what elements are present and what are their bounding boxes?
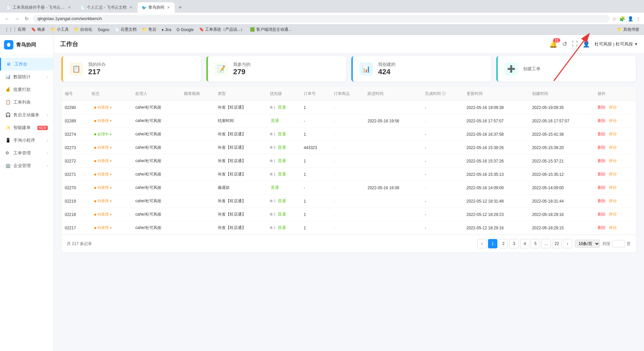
cell-status: 待受理 ▾ — [88, 181, 132, 195]
sidebar-item-ticket-mgmt[interactable]: ⚙ 工单管理 › — [0, 147, 53, 159]
bookmark-shimo[interactable]: 📄 石墨文档 — [113, 26, 138, 33]
stat-card-created[interactable]: 📊 我创建的 424 — [351, 56, 491, 82]
cell-follow-time — [364, 221, 421, 235]
bookmark-apps[interactable]: ⋮⋮⋮ 应用 — [3, 26, 27, 33]
delete-action[interactable]: 删除 — [598, 158, 606, 163]
score-action[interactable]: 评分 — [609, 199, 617, 203]
page-btn-5[interactable]: 5 — [531, 239, 540, 248]
sidebar-item-ticket-list[interactable]: 📋 工单列表 — [0, 96, 53, 109]
table-row: 02273 待受理 ▾ cahe/杜可风按 补发【旺店通】 4 普通 44332… — [61, 141, 636, 154]
stat-card-pending[interactable]: 📋 我的待办 217 — [61, 56, 201, 82]
bookmark-jira[interactable]: ♦ Jira — [160, 27, 173, 33]
screen-icon[interactable]: ⛶ — [572, 40, 578, 47]
bookmark-star-icon[interactable]: ☆ — [612, 16, 617, 21]
page-btn-1[interactable]: 1 — [488, 239, 497, 248]
sidebar-item-batch[interactable]: 💰 批量打款 — [0, 83, 53, 96]
score-action[interactable]: 评分 — [609, 158, 617, 163]
pending-icon: 📋 — [69, 62, 83, 76]
tab-1[interactable]: 📄 工单系统操作手册 - 飞书云文档 ✕ — [2, 2, 75, 13]
cell-order-product: - — [330, 195, 364, 208]
forward-button[interactable]: → — [13, 15, 21, 22]
cell-priority: 1 普通 — [267, 128, 300, 141]
refresh-icon[interactable]: ↺ — [562, 40, 567, 48]
bookmark-sale[interactable]: 📁 售后 — [141, 26, 157, 33]
sidebar-item-aftersale[interactable]: 🎧 售后主动服务 › — [0, 109, 53, 121]
delete-action[interactable]: 删除 — [598, 118, 606, 123]
bookmark-sogou[interactable]: Sogou — [96, 27, 111, 33]
page-btn-22[interactable]: 22 — [552, 239, 561, 248]
cell-complete-time: - — [422, 141, 463, 154]
tab-bar: 📄 工单系统操作手册 - 飞书云文档 ✕ 📄 个人汇总 - 飞书云文档 ✕ 🐦 … — [0, 0, 644, 13]
score-action[interactable]: 评分 — [609, 212, 617, 217]
stat-card-participating[interactable]: 📝 我参与的 279 — [206, 56, 346, 82]
delete-action[interactable]: 删除 — [598, 199, 606, 203]
cell-priority: 1 普通 — [267, 168, 300, 181]
score-action[interactable]: 评分 — [609, 118, 617, 123]
sidebar-item-taobao[interactable]: 📱 手淘小程序 › — [0, 134, 53, 147]
goto-input[interactable] — [612, 240, 625, 247]
score-action[interactable]: 评分 — [609, 172, 617, 177]
bookmark-customer[interactable]: 🟩 客户端消息主动通... — [249, 26, 293, 33]
sidebar-item-workbench[interactable]: 🖥 工作台 — [0, 58, 53, 71]
goto-page: 到至 页 — [603, 240, 631, 247]
score-action[interactable]: 评分 — [609, 132, 617, 136]
data-table: 编号 状态 处理人 顾客昵称 类型 优先级 订单号 订单商品 跟进时间 完成时间… — [61, 87, 636, 235]
user-icon[interactable]: 👤 — [583, 40, 590, 48]
page-btn-2[interactable]: 2 — [499, 239, 508, 248]
delete-action[interactable]: 删除 — [598, 145, 606, 150]
tab-3[interactable]: 🐦 青鸟协同 ✕ — [138, 2, 175, 13]
created-label: 我创建的 — [378, 62, 484, 68]
cell-complete-time: - — [422, 114, 463, 128]
cell-customer — [181, 128, 215, 141]
bookmark-other[interactable]: 📁 其他书签 — [616, 26, 641, 33]
bookmark-auto[interactable]: 📁 自动化 — [73, 26, 94, 33]
stat-card-create-new[interactable]: ➕ 创建工单 — [496, 56, 636, 82]
delete-action[interactable]: 删除 — [598, 105, 606, 110]
menu-icon[interactable]: ⋮ — [636, 16, 641, 21]
bookmark-google[interactable]: G Google — [175, 27, 195, 33]
participating-icon: 📝 — [214, 62, 228, 76]
notification-button[interactable]: 🔔 11 — [549, 40, 557, 48]
cell-handler: cahe/杜可风按 — [132, 141, 181, 154]
tab-3-close[interactable]: ✕ — [166, 5, 171, 10]
bookmark-wandu[interactable]: 🔖 晚多 — [30, 26, 46, 33]
tab-1-close[interactable]: ✕ — [67, 5, 71, 10]
delete-action[interactable]: 删除 — [598, 185, 606, 190]
user-info[interactable]: 杜可风按 | 杜可风按 ▾ — [595, 41, 637, 47]
next-page-button[interactable]: › — [563, 239, 572, 248]
cell-priority: 2 普通 — [267, 195, 300, 208]
sidebar-item-enterprise[interactable]: 🏢 企业管理 › — [0, 159, 53, 172]
bookmark-ticket[interactable]: 🔖 工单系统（产品说...） — [198, 26, 246, 33]
prev-page-button[interactable]: ‹ — [477, 239, 487, 248]
create-new-label: 创建工单 — [523, 66, 629, 72]
sidebar-label-ticket-list: 工单列表 — [13, 99, 48, 105]
delete-action[interactable]: 删除 — [598, 212, 606, 217]
bookmark-tools[interactable]: 📁 小工具 — [49, 26, 70, 33]
sidebar-item-smart-create[interactable]: ✨ 智能建单 NEW — [0, 121, 53, 134]
score-action[interactable]: 评分 — [609, 145, 617, 150]
profile-icon[interactable]: 👤 — [628, 16, 633, 21]
tab-2[interactable]: 📄 个人汇总 - 飞书云文档 ✕ — [76, 2, 137, 13]
score-action[interactable]: 评分 — [609, 185, 617, 190]
score-action[interactable]: 评分 — [609, 105, 617, 110]
page-btn-4[interactable]: 4 — [520, 239, 529, 248]
app-header: 工作台 🔔 11 ↺ ⛶ 👤 杜可风按 | 杜可风按 ▾ — [53, 35, 644, 53]
page-size-select[interactable]: 10条/页 20条/页 50条/页 — [575, 240, 600, 248]
cell-handler: cahe/杜可风按 — [132, 128, 181, 141]
back-button[interactable]: ← — [3, 15, 11, 22]
tab-2-close[interactable]: ✕ — [129, 5, 133, 10]
delete-action[interactable]: 删除 — [598, 225, 606, 230]
url-input[interactable] — [33, 15, 610, 22]
delete-action[interactable]: 删除 — [598, 132, 606, 136]
reload-button[interactable]: ↻ — [23, 15, 30, 22]
cell-id: 02271 — [61, 168, 88, 181]
score-action[interactable]: 评分 — [609, 225, 617, 230]
page-btn-3[interactable]: 3 — [509, 239, 519, 248]
extension-icon[interactable]: 🧩 — [619, 16, 625, 21]
cell-customer — [181, 154, 215, 168]
sidebar-item-stats[interactable]: 📊 数据统计 › — [0, 71, 53, 83]
created-icon: 📊 — [359, 62, 373, 76]
tab-1-label: 工单系统操作手册 - 飞书云文档 — [13, 5, 65, 10]
delete-action[interactable]: 删除 — [598, 172, 606, 177]
new-tab-button[interactable]: + — [175, 2, 185, 13]
